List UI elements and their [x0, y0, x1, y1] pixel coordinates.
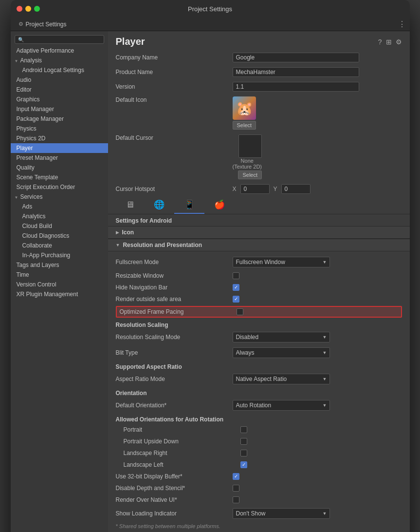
search-icon: 🔍	[18, 37, 24, 42]
aspect-ratio-mode-select[interactable]: Native Aspect Ratio	[233, 374, 330, 384]
fullscreen-mode-dropdown-wrap: Fullscreen Window ▼	[233, 257, 330, 267]
sidebar-item-script-execution-order[interactable]: Script Execution Order	[11, 182, 108, 192]
render-over-native-checkbox[interactable]	[233, 496, 239, 503]
tab-android[interactable]: 📱	[174, 196, 204, 214]
render-over-native-row: Render Over Native UI*	[116, 494, 402, 506]
tab-project-settings[interactable]: ⚙ Project Settings	[15, 19, 71, 30]
traffic-lights	[17, 6, 40, 12]
resolution-scaling-mode-row: Resolution Scaling Mode Disabled ▼	[116, 329, 402, 345]
render-outside-checkbox[interactable]	[233, 296, 239, 303]
sidebar-item-collaborate[interactable]: Collaborate	[11, 241, 108, 250]
use-32bit-label: Use 32-bit Display Buffer*	[116, 473, 233, 480]
window-title: Project Settings	[188, 5, 232, 13]
default-icon-row: Default Icon 🐹 Select	[116, 94, 402, 132]
sidebar-item-cloud-diagnostics[interactable]: Cloud Diagnostics	[11, 231, 108, 241]
search-bar: 🔍	[11, 33, 108, 46]
settings-icon[interactable]: ⚙	[396, 38, 402, 46]
resolution-scaling-mode-label: Resolution Scaling Mode	[116, 334, 233, 341]
tab-label: Project Settings	[26, 21, 67, 28]
sidebar-item-xr-plugin-management[interactable]: XR Plugin Management	[11, 289, 108, 299]
portrait-label: Portrait	[124, 426, 240, 433]
sidebar-item-tags-and-layers[interactable]: Tags and Layers	[11, 260, 108, 270]
resolution-scaling-mode-select[interactable]: Disabled	[233, 332, 330, 342]
cursor-x-input[interactable]	[240, 184, 270, 194]
search-input[interactable]	[26, 37, 101, 42]
page-title: Player	[116, 36, 145, 47]
default-cursor-row: Default Cursor None (Texture 2D) Select	[116, 132, 402, 182]
maximize-button[interactable]	[34, 6, 40, 12]
sidebar-item-audio[interactable]: Audio	[11, 75, 108, 85]
aspect-ratio-mode-wrap: Native Aspect Ratio ▼	[233, 374, 330, 384]
tab-standalone[interactable]: 🖥	[116, 196, 144, 214]
tab-ios[interactable]: 🍎	[204, 196, 235, 214]
minimize-button[interactable]	[25, 6, 31, 12]
sidebar-item-services[interactable]: Services	[11, 192, 108, 202]
sidebar-item-package-manager[interactable]: Package Manager	[11, 114, 108, 124]
optimized-frame-pacing-checkbox[interactable]	[237, 308, 243, 315]
hide-nav-bar-row: Hide Navigation Bar	[116, 282, 402, 293]
portrait-upside-down-checkbox[interactable]	[240, 438, 247, 445]
use-32bit-checkbox[interactable]	[233, 473, 239, 480]
layers-icon[interactable]: ⊞	[386, 38, 392, 46]
resizable-window-checkbox[interactable]	[233, 272, 239, 279]
scrollable-content: ▶ Icon ▼ Resolution and Presentation Ful…	[108, 226, 410, 532]
tab-more-button[interactable]: ⋮	[398, 19, 406, 29]
sidebar-item-ads[interactable]: Ads	[11, 202, 108, 211]
portrait-row: Portrait	[116, 424, 402, 436]
hide-nav-bar-checkbox[interactable]	[233, 284, 239, 291]
cursor-select-button[interactable]: Select	[238, 171, 262, 179]
icon-select-button[interactable]: Select	[233, 121, 256, 130]
sidebar-item-quality[interactable]: Quality	[11, 163, 108, 172]
icon-field-wrap: 🐹 Select	[233, 96, 256, 130]
cursor-y-input[interactable]	[281, 184, 310, 194]
sidebar-item-player[interactable]: Player	[11, 143, 108, 153]
sidebar-item-scene-template[interactable]: Scene Template	[11, 172, 108, 182]
sidebar-item-physics-2d[interactable]: Physics 2D	[11, 133, 108, 143]
sidebar-item-version-control[interactable]: Version Control	[11, 280, 108, 289]
settings-for-android-wrap: Settings for Android	[108, 214, 410, 226]
project-settings-window: Project Settings ⚙ Project Settings ⋮ 🔍 …	[11, 0, 410, 532]
portrait-checkbox[interactable]	[240, 426, 247, 433]
sidebar-item-cloud-build[interactable]: Cloud Build	[11, 221, 108, 231]
gear-icon: ⚙	[18, 21, 23, 27]
show-loading-select[interactable]: Don't Show	[233, 508, 330, 519]
resolution-scaling-header: Resolution Scaling	[116, 319, 402, 329]
landscape-right-checkbox[interactable]	[240, 450, 247, 456]
tab-webgl[interactable]: 🌐	[144, 196, 174, 214]
sidebar-item-android-logcat[interactable]: Android Logcat Settings	[11, 65, 108, 75]
aspect-ratio-mode-row: Aspect Ratio Mode Native Aspect Ratio ▼	[116, 371, 402, 387]
top-fields: Company Name Product Name Version Defaul…	[108, 50, 410, 196]
fullscreen-mode-select[interactable]: Fullscreen Window	[233, 257, 330, 267]
landscape-left-row: Landscape Left	[116, 459, 402, 471]
help-icon[interactable]: ?	[378, 38, 382, 46]
company-name-input[interactable]	[233, 53, 359, 62]
sidebar-item-physics[interactable]: Physics	[11, 124, 108, 133]
sidebar-item-time[interactable]: Time	[11, 270, 108, 280]
sidebar-item-preset-manager[interactable]: Preset Manager	[11, 153, 108, 163]
cursor-none-label: None (Texture 2D)	[233, 158, 262, 170]
sidebar-item-input-manager[interactable]: Input Manager	[11, 104, 108, 114]
sidebar-item-editor[interactable]: Editor	[11, 85, 108, 95]
close-button[interactable]	[17, 6, 22, 12]
landscape-left-checkbox[interactable]	[240, 461, 247, 468]
fullscreen-mode-label: Fullscreen Mode	[116, 259, 233, 266]
sidebar-item-adaptive-performance[interactable]: Adaptive Performance	[11, 46, 108, 56]
chevron-down-icon-res: ▼	[116, 243, 120, 247]
blit-type-select[interactable]: Always	[233, 347, 330, 358]
sidebar-item-analysis[interactable]: Analysis	[11, 56, 108, 65]
sidebar-item-analytics[interactable]: Analytics	[11, 211, 108, 221]
icon-section-header[interactable]: ▶ Icon	[108, 226, 410, 239]
resolution-section-header[interactable]: ▼ Resolution and Presentation	[108, 239, 410, 251]
product-name-input[interactable]	[233, 67, 359, 77]
version-input[interactable]	[233, 82, 359, 92]
blit-type-label: Blit Type	[116, 349, 233, 356]
render-outside-row: Render outside safe area	[116, 293, 402, 305]
sidebar-item-graphics[interactable]: Graphics	[11, 95, 108, 104]
sidebar-item-in-app-purchasing[interactable]: In-App Purchasing	[11, 250, 108, 260]
default-orientation-select[interactable]: Auto Rotation	[233, 400, 330, 411]
default-orientation-row: Default Orientation* Auto Rotation ▼	[116, 398, 402, 413]
default-cursor-label: Default Cursor	[116, 134, 233, 141]
render-outside-label: Render outside safe area	[116, 296, 233, 303]
disable-depth-checkbox[interactable]	[233, 485, 239, 492]
disable-depth-label: Disable Depth and Stencil*	[116, 485, 233, 492]
